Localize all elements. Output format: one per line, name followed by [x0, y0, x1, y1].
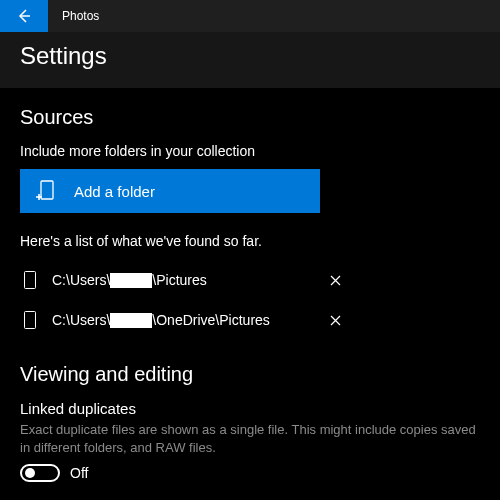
- close-icon: [330, 275, 341, 286]
- svg-rect-2: [25, 312, 36, 329]
- page-header: Settings: [0, 32, 500, 88]
- add-folder-button[interactable]: Add a folder: [20, 169, 320, 213]
- folder-path-suffix: \OneDrive\Pictures: [152, 312, 269, 328]
- sources-heading: Sources: [20, 106, 480, 129]
- remove-folder-button[interactable]: [330, 275, 360, 286]
- back-button[interactable]: [0, 0, 48, 32]
- toggle-state-label: Off: [70, 465, 88, 481]
- folder-path: C:\Users\\Pictures: [38, 272, 330, 288]
- include-folders-label: Include more folders in your collection: [20, 143, 480, 159]
- redacted-username: [110, 273, 152, 288]
- back-arrow-icon: [16, 8, 32, 24]
- app-title: Photos: [48, 9, 99, 23]
- linked-duplicates-description: Exact duplicate files are shown as a sin…: [20, 421, 480, 456]
- folder-path-suffix: \Pictures: [152, 272, 206, 288]
- svg-rect-0: [41, 181, 53, 199]
- device-icon: [20, 311, 38, 329]
- close-icon: [330, 315, 341, 326]
- titlebar: Photos: [0, 0, 500, 32]
- viewing-heading: Viewing and editing: [20, 363, 480, 386]
- folder-row: C:\Users\\OneDrive\Pictures: [20, 303, 360, 337]
- page-title: Settings: [20, 42, 480, 70]
- linked-duplicates-title: Linked duplicates: [20, 400, 480, 417]
- linked-duplicates-toggle-row: Off: [20, 464, 480, 482]
- content: Sources Include more folders in your col…: [0, 88, 500, 482]
- remove-folder-button[interactable]: [330, 315, 360, 326]
- add-folder-label: Add a folder: [56, 183, 155, 200]
- folder-path-prefix: C:\Users\: [52, 272, 110, 288]
- device-icon: [20, 271, 38, 289]
- redacted-username: [110, 313, 152, 328]
- svg-rect-1: [25, 272, 36, 289]
- folder-path-prefix: C:\Users\: [52, 312, 110, 328]
- add-folder-icon: [36, 179, 56, 203]
- linked-duplicates-toggle[interactable]: [20, 464, 60, 482]
- found-folders-label: Here's a list of what we've found so far…: [20, 233, 480, 249]
- folder-path: C:\Users\\OneDrive\Pictures: [38, 312, 330, 328]
- folder-row: C:\Users\\Pictures: [20, 263, 360, 297]
